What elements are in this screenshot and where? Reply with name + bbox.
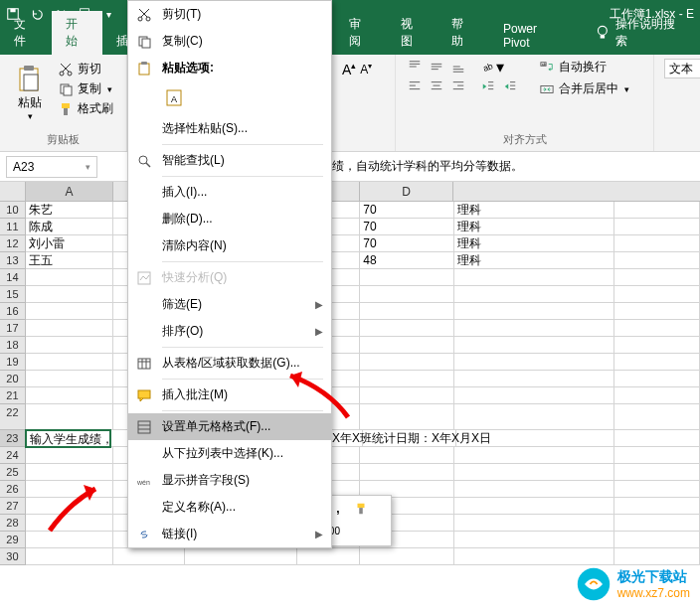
align-bottom-icon[interactable] [449,59,467,75]
cm-clear-contents[interactable]: 清除内容(N) [128,232,331,259]
cm-paste-special[interactable]: 选择性粘贴(S)... [128,115,331,142]
cell[interactable] [454,548,614,565]
cell[interactable] [454,320,614,337]
cm-copy[interactable]: 复制(C) [128,28,331,55]
cell[interactable]: 理科 [454,252,614,269]
cell[interactable] [614,447,700,464]
number-format-dropdown[interactable]: 文本 [664,59,700,78]
cell[interactable] [26,464,113,481]
cell[interactable] [360,404,453,430]
cell[interactable] [360,371,453,387]
cell[interactable]: 理科 [454,202,614,219]
cell[interactable] [360,447,453,464]
cm-filter[interactable]: 筛选(E)▶ [128,291,331,318]
align-right-icon[interactable] [449,78,467,94]
row-header[interactable]: 20 [0,371,26,387]
tab-review[interactable]: 审阅 [335,11,387,55]
cell[interactable] [614,286,700,303]
align-top-icon[interactable] [406,59,424,75]
cell[interactable] [454,404,614,430]
decrease-font-icon[interactable]: A▾ [360,62,372,76]
cut-button[interactable]: 剪切 [58,61,113,77]
cell[interactable] [454,481,614,498]
cell[interactable] [454,303,614,320]
cell[interactable] [360,337,453,354]
tab-file[interactable]: 文件 [0,11,52,55]
tab-home[interactable]: 开始 [52,11,103,55]
cell[interactable]: 朱艺 [26,202,113,219]
cell[interactable] [26,404,113,430]
cell[interactable]: 理科 [454,235,614,252]
row-header[interactable]: 18 [0,337,26,354]
row-header[interactable]: 23 [0,430,26,447]
row-header[interactable]: 16 [0,303,26,320]
cell[interactable] [614,498,700,515]
cell[interactable] [614,235,700,252]
align-left-icon[interactable] [406,78,424,94]
select-all-box[interactable] [0,182,26,201]
decrease-indent-icon[interactable] [479,78,497,94]
row-header[interactable]: 13 [0,252,26,269]
cell[interactable] [454,286,614,303]
cell[interactable] [614,219,700,235]
row-header[interactable]: 12 [0,235,26,252]
cell[interactable] [26,320,113,337]
cell[interactable] [614,320,700,337]
cell[interactable] [360,548,453,565]
cell[interactable] [360,354,453,371]
cell[interactable] [614,269,700,286]
cell[interactable] [454,515,614,532]
row-header[interactable]: 11 [0,219,26,235]
cell[interactable] [26,387,113,404]
copy-button[interactable]: 复制▾ [58,80,113,97]
cell[interactable] [614,252,700,269]
cell[interactable] [614,354,700,371]
cm-define-name[interactable]: 定义名称(A)... [128,494,331,521]
cell[interactable] [454,447,614,464]
row-header[interactable]: 22 [0,404,26,430]
cm-link[interactable]: 链接(I)▶ [128,521,331,547]
cell[interactable] [113,548,185,565]
cell[interactable] [614,371,700,387]
format-painter-icon[interactable] [352,500,370,518]
cell[interactable] [614,515,700,532]
col-header-a[interactable]: A [26,182,113,201]
cell[interactable] [614,430,700,447]
cell[interactable] [26,269,113,286]
qat-customize-icon[interactable]: ▾ [101,7,115,21]
cell[interactable] [297,548,360,565]
cm-cut[interactable]: 剪切(T) [128,1,331,28]
cell[interactable] [454,464,614,481]
cm-insert[interactable]: 插入(I)... [128,179,331,206]
row-header[interactable]: 24 [0,447,26,464]
cell[interactable] [360,286,453,303]
cell[interactable] [360,269,453,286]
cell[interactable]: 刘小雷 [26,235,113,252]
row-header[interactable]: 27 [0,498,26,515]
cell[interactable]: 48 [360,252,453,269]
tell-me[interactable]: 操作说明搜索 [580,11,700,55]
row-header[interactable]: 10 [0,202,26,219]
row-header[interactable]: 28 [0,515,26,532]
merge-center-button[interactable]: 合并后居中▾ [539,80,629,97]
cm-show-pinyin[interactable]: wén 显示拼音字段(S) [128,467,331,494]
cell[interactable] [614,548,700,565]
row-header[interactable]: 15 [0,286,26,303]
tab-powerpivot[interactable]: Power Pivot [489,17,580,55]
row-header[interactable]: 29 [0,532,26,548]
cell[interactable] [614,202,700,219]
orientation-icon[interactable]: ab▾ [479,59,505,75]
cell[interactable]: 王五 [26,252,113,269]
cell[interactable] [360,320,453,337]
increase-indent-icon[interactable] [501,78,519,94]
align-middle-icon[interactable] [428,59,445,75]
cell[interactable] [454,337,614,354]
cm-smart-lookup[interactable]: 智能查找(L) [128,147,331,174]
cell[interactable] [26,354,113,371]
cell[interactable]: 70 [360,202,453,219]
cell[interactable] [454,354,614,371]
row-header[interactable]: 21 [0,387,26,404]
cell[interactable]: 70 [360,235,453,252]
row-header[interactable]: 17 [0,320,26,337]
cell[interactable] [614,464,700,481]
